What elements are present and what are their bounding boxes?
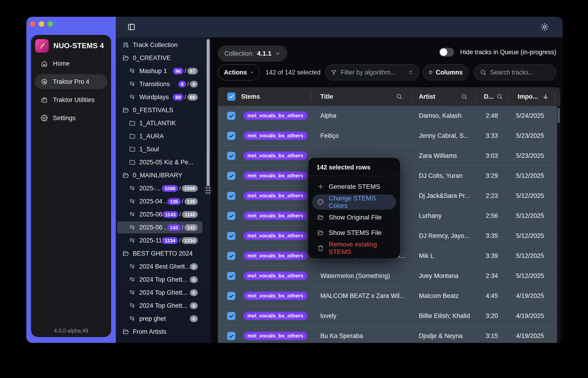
tree-item[interactable]: 2025-11... 1234 / 1234: [116, 234, 211, 247]
menu-item[interactable]: Remove existing STEMS: [312, 241, 396, 256]
sort-descending-icon[interactable]: [542, 93, 549, 100]
tree-item[interactable]: 1_ATLANTIK: [116, 117, 211, 130]
row-checkbox[interactable]: [227, 112, 235, 120]
tree-item[interactable]: 2024 Top Ghett... 0: [116, 273, 211, 286]
search-input[interactable]: Search tracks...: [474, 64, 556, 81]
total-badge: 69: [187, 94, 198, 101]
menu-item[interactable]: Change STEMS Colors: [312, 194, 396, 210]
row-checkbox[interactable]: [227, 212, 235, 220]
track-row[interactable]: mel_vocals_bs_others MALCOM BEATZ x Zara…: [218, 286, 560, 306]
track-imported-date: 5/12/2025: [516, 206, 544, 226]
row-checkbox[interactable]: [227, 332, 235, 340]
minimize-button[interactable]: [39, 21, 44, 27]
track-artist: Malcom Beatz: [419, 286, 459, 306]
tree-item[interactable]: Wordplays 68 / 69: [116, 91, 211, 104]
sidebar-nav-item[interactable]: Traktor Utilities: [35, 92, 107, 107]
actions-button[interactable]: Actions: [218, 64, 260, 81]
column-divider[interactable]: [508, 93, 509, 101]
columns-button[interactable]: Columns: [423, 64, 469, 81]
tree-item-icon: [122, 328, 129, 335]
tree-item-icon: [129, 146, 136, 153]
tree-item-label: 0_MAINLIBRARY: [133, 172, 182, 179]
menu-item[interactable]: Show Original File: [312, 210, 396, 225]
header-stems[interactable]: Stems: [241, 87, 260, 106]
sidebar-nav-item[interactable]: Traktor Pro 4: [35, 74, 107, 89]
tree-item[interactable]: 2025-06 ... 142 / 142: [116, 221, 211, 234]
tree-item[interactable]: 2025-05 Kiz & Pe...: [116, 156, 211, 169]
menu-item[interactable]: Show STEMS File: [312, 225, 396, 241]
table-scrollbar[interactable]: [557, 106, 560, 343]
sidebar-nav-item[interactable]: Home: [35, 56, 107, 71]
column-divider[interactable]: [413, 93, 413, 101]
artist-search-icon[interactable]: [461, 93, 467, 100]
sidebar-nav-label: Traktor Utilities: [53, 96, 95, 104]
stems-badge: mel_vocals_bs_others: [243, 252, 307, 260]
tree-item-label: Transitions: [139, 81, 170, 88]
duration-search-icon[interactable]: [496, 93, 503, 100]
tree-item[interactable]: 1_AURA: [116, 130, 211, 143]
track-duration: 3:03: [486, 146, 498, 165]
tree-item[interactable]: 2024 Top Ghett... 0: [116, 286, 211, 299]
zoom-button[interactable]: [47, 21, 53, 27]
sidebar-nav-item[interactable]: Settings: [35, 110, 107, 125]
tree-item[interactable]: 1_Soul: [116, 143, 211, 156]
tree-item-icon: [122, 172, 129, 179]
row-checkbox[interactable]: [227, 132, 235, 140]
header-title[interactable]: Title: [320, 87, 333, 106]
tree-item[interactable]: 0_FESTIVALS: [116, 104, 211, 117]
tree-item-icon: [129, 276, 136, 283]
tree-scrollbar[interactable]: [207, 39, 210, 190]
track-artist: Jenny Cabral, S...: [419, 126, 469, 146]
tree-item[interactable]: 2025-... 1090 / 1090: [116, 182, 211, 195]
filter-select[interactable]: Filter by algorithm...: [325, 64, 419, 81]
tree-item[interactable]: 2025-04 ... 135 / 135: [116, 195, 211, 208]
column-divider[interactable]: [311, 93, 312, 101]
column-divider[interactable]: [476, 93, 477, 101]
zero-badge: 0: [190, 315, 198, 322]
track-artist: Billie Eilish; Khalid: [419, 306, 470, 326]
track-row[interactable]: mel_vocals_bs_others Bu Ka Speraba Djodj…: [218, 326, 560, 343]
header-imported[interactable]: Impo...: [518, 87, 538, 106]
menu-item[interactable]: Generate STEMS: [312, 179, 396, 194]
track-duration: 3:39: [486, 246, 498, 266]
tree-item-label: 0_CREATIVE: [133, 54, 171, 62]
track-row[interactable]: mel_vocals_bs_others lovely Billie Eilis…: [218, 306, 560, 326]
tree-item[interactable]: 2024 Best Ghett... 0: [116, 260, 211, 273]
tree-item[interactable]: 0_MAINLIBRARY: [116, 169, 211, 182]
tree-item[interactable]: BEST GHETTO 2024: [116, 247, 211, 260]
panel-toggle-icon[interactable]: [127, 23, 136, 31]
tree-item[interactable]: 2025-06 1143 / 1143: [116, 208, 211, 221]
tree-item-label: 2025-11...: [139, 237, 162, 244]
collection-selector[interactable]: Collection: 4.1.1: [218, 45, 287, 62]
tree-item[interactable]: Track Collection: [116, 38, 211, 52]
tree-item[interactable]: Transitions 8 / 9: [116, 78, 211, 91]
track-row[interactable]: mel_vocals_bs_others Watermelon (Somethi…: [218, 266, 560, 286]
close-button[interactable]: [30, 21, 35, 27]
row-checkbox[interactable]: [227, 152, 235, 160]
column-divider[interactable]: [554, 93, 555, 101]
track-row[interactable]: mel_vocals_bs_others Feitiço Jenny Cabra…: [218, 125, 560, 146]
row-checkbox[interactable]: [227, 292, 235, 300]
tree-item[interactable]: 0_CREATIVE: [116, 52, 211, 65]
panel-resize-handle[interactable]: [204, 186, 211, 195]
row-checkbox[interactable]: [227, 312, 235, 320]
track-row[interactable]: mel_vocals_bs_others Alpha Damso, Kalash…: [218, 106, 560, 125]
title-search-icon[interactable]: [396, 93, 402, 100]
hide-queue-toggle[interactable]: [439, 48, 454, 56]
header-duration[interactable]: D...: [484, 87, 494, 106]
tree-item[interactable]: prep ghet 0: [116, 312, 211, 325]
row-checkbox[interactable]: [227, 192, 235, 200]
table-scrollbar-thumb[interactable]: [558, 108, 560, 123]
tree-item[interactable]: 2024 Top Ghett... 0: [116, 299, 211, 312]
track-title: Watermelon (Something): [320, 266, 390, 286]
row-checkbox[interactable]: [227, 232, 235, 240]
row-checkbox[interactable]: [227, 172, 235, 180]
row-checkbox[interactable]: [227, 272, 235, 280]
row-checkbox[interactable]: [227, 252, 235, 260]
theme-toggle-icon[interactable]: [540, 23, 549, 31]
tree-item[interactable]: Mashup 1 86 / 87: [116, 65, 211, 78]
select-all-checkbox[interactable]: [227, 92, 236, 101]
tree-item[interactable]: From Artists: [116, 325, 211, 338]
tree-item-icon: [129, 289, 136, 296]
header-artist[interactable]: Artist: [419, 87, 435, 106]
